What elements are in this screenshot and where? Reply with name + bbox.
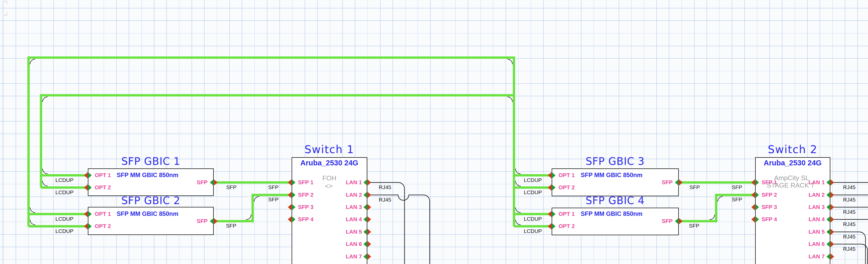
- switch1-model: Aruba_2530 24G: [300, 158, 358, 167]
- cable-label-lcdup: LCDUP: [55, 177, 73, 183]
- switch2-lan1-label: LAN 1: [808, 179, 825, 186]
- switch1-lan4-connector[interactable]: [364, 216, 371, 223]
- wire-fiber-trunk-2[interactable]: [41, 95, 514, 187]
- gbic4-title[interactable]: SFP GBIC 4: [586, 195, 645, 206]
- switch2-location-line1: AmpCity SL: [774, 174, 809, 182]
- switch2-lan5-label: LAN 5: [808, 229, 825, 235]
- gbic2-opt2-connector[interactable]: [84, 223, 92, 230]
- gbic2-sfp-label: SFP: [197, 218, 208, 225]
- wire-sfp-gbic4-switch2[interactable]: [679, 195, 755, 221]
- switch1-lan7-connector[interactable]: [364, 253, 371, 260]
- switch2-lan2-label: LAN 2: [808, 192, 825, 198]
- cable-label-rj45: RJ45: [843, 197, 856, 203]
- switch1-lan5-label: LAN 5: [346, 229, 362, 235]
- page-corner-mark-top: [3, 1, 7, 5]
- switch2-lan6-label: LAN 6: [808, 241, 825, 247]
- cable-label-rj45: RJ45: [843, 246, 856, 252]
- switch1-lan1-label: LAN 1: [346, 179, 362, 186]
- switch2-lan2-connector[interactable]: [827, 192, 834, 198]
- switch1-lan7-label: LAN 7: [346, 253, 362, 260]
- switch2-sfp1-connector[interactable]: [751, 179, 759, 186]
- switch1-sfp1-label: SFP 1: [298, 179, 313, 186]
- switch2-sfp1-label: SFP 1: [762, 179, 777, 186]
- gbic3-sfp-connector[interactable]: [675, 179, 683, 186]
- gbic1-subtitle: SFP MM GBIC 850nm: [117, 171, 178, 179]
- gbic1-opt2-connector[interactable]: [84, 184, 92, 191]
- gbic3-sfp-label: SFP: [662, 179, 673, 186]
- gbic1-opt1-connector[interactable]: [84, 172, 92, 179]
- switch1-location-line1: FOH: [322, 175, 337, 182]
- switch1-lan6-connector[interactable]: [364, 241, 371, 247]
- gbic2-sfp-connector[interactable]: [210, 218, 218, 225]
- switch2-lan4-label: LAN 4: [808, 216, 825, 223]
- switch1-sfp4-label: SFP 4: [298, 216, 313, 223]
- cable-label-rj45: RJ45: [379, 184, 391, 190]
- gbic1-sfp-label: SFP: [197, 179, 208, 186]
- gbic2-opt1-label: OPT 1: [95, 211, 111, 217]
- cable-label-sfp: SFP: [689, 223, 700, 229]
- cable-label-lcdup: LCDUP: [55, 228, 73, 234]
- gbic2-title[interactable]: SFP GBIC 2: [121, 195, 180, 206]
- gbic2-opt2-label: OPT 2: [95, 223, 111, 230]
- switch2-lan5-connector[interactable]: [827, 229, 834, 235]
- switch2-lan4-connector[interactable]: [827, 216, 834, 223]
- wire-layer: [0, 0, 868, 264]
- cable-label-lcdup: LCDUP: [524, 215, 542, 222]
- cable-label-lcdup: LCDUP: [524, 189, 542, 196]
- switch1-title[interactable]: Switch 1: [305, 144, 354, 156]
- gbic1-title[interactable]: SFP GBIC 1: [121, 155, 180, 167]
- cable-label-lcdup: LCDUP: [524, 228, 542, 234]
- switch1-sfp3-label: SFP 3: [298, 204, 313, 210]
- switch1-location-line2: <>: [325, 182, 333, 190]
- switch2-lan7-label: LAN 7: [808, 253, 825, 260]
- cable-label-rj45: RJ45: [843, 233, 856, 240]
- gbic4-subtitle: SFP MM GBIC 850nm: [581, 210, 642, 217]
- switch2-title[interactable]: Switch 2: [768, 144, 817, 156]
- switch2-sfp4-connector[interactable]: [751, 216, 759, 223]
- switch1-lan4-label: LAN 4: [346, 216, 362, 223]
- switch1-lan5-connector[interactable]: [364, 229, 371, 235]
- switch1-sfp4-connector[interactable]: [288, 216, 296, 223]
- switch2-lan6-connector[interactable]: [827, 241, 834, 247]
- switch1-sfp1-connector[interactable]: [288, 179, 296, 186]
- gbic3-opt2-label: OPT 2: [559, 184, 575, 191]
- gbic1-sfp-connector[interactable]: [210, 179, 218, 186]
- cable-label-lcdup: LCDUP: [55, 189, 73, 196]
- cable-label-sfp: SFP: [268, 184, 279, 190]
- cable-label-sfp: SFP: [732, 196, 742, 203]
- schematic-canvas: SFP GBIC 1 OPT 1 SFP MM GBIC 850nm OPT 2…: [0, 0, 868, 264]
- gbic4-opt2-connector[interactable]: [548, 223, 556, 230]
- gbic3-title[interactable]: SFP GBIC 3: [586, 155, 645, 167]
- switch1-lan2-connector[interactable]: [364, 192, 371, 198]
- gbic4-sfp-connector[interactable]: [675, 218, 683, 225]
- cable-label-sfp: SFP: [226, 223, 236, 229]
- switch2-sfp3-label: SFP 3: [762, 204, 777, 210]
- switch2-sfp4-label: SFP 4: [762, 216, 777, 223]
- switch1-lan6-label: LAN 6: [346, 241, 362, 247]
- switch2-lan1-connector[interactable]: [827, 179, 834, 186]
- switch2-lan3-connector[interactable]: [827, 204, 834, 210]
- switch1-sfp3-connector[interactable]: [288, 204, 296, 210]
- cable-label-sfp: SFP: [732, 184, 742, 190]
- page-corner-mark-bottom: [3, 12, 7, 15]
- cable-label-lcdup: LCDUP: [55, 215, 73, 222]
- switch2-lan3-label: LAN 3: [808, 204, 825, 210]
- gbic4-opt1-connector[interactable]: [548, 211, 556, 217]
- switch2-sfp3-connector[interactable]: [751, 204, 759, 210]
- switch2-lan7-connector[interactable]: [827, 253, 834, 260]
- switch1-lan1-connector[interactable]: [364, 179, 371, 186]
- cable-label-rj45: RJ45: [379, 197, 391, 203]
- switch1-lan3-connector[interactable]: [364, 204, 371, 210]
- cable-label-rj45: RJ45: [843, 209, 856, 215]
- switch1-lan2-label: LAN 2: [346, 192, 362, 198]
- switch2-sfp2-label: SFP 2: [762, 192, 777, 198]
- switch1-sfp2-connector[interactable]: [288, 192, 296, 198]
- wire-rj45-switch1-lan2[interactable]: [368, 195, 430, 264]
- cable-label-sfp: SFP: [226, 184, 237, 190]
- wire-sfp-gbic2-switch1[interactable]: [214, 195, 291, 221]
- gbic4-opt2-label: OPT 2: [559, 223, 575, 230]
- gbic3-opt1-connector[interactable]: [548, 172, 556, 179]
- switch2-sfp2-connector[interactable]: [751, 192, 759, 198]
- gbic3-opt2-connector[interactable]: [548, 184, 556, 191]
- gbic2-opt1-connector[interactable]: [84, 211, 92, 217]
